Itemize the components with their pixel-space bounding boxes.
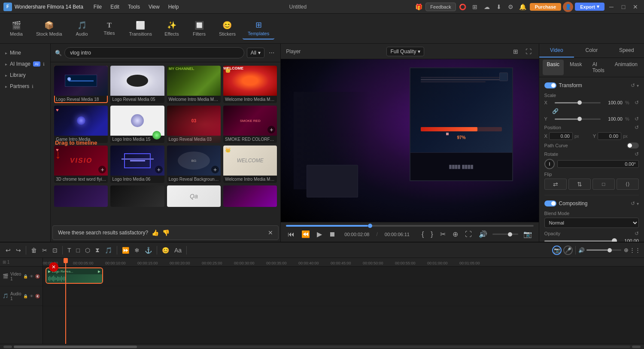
template-card-7[interactable]: 03 Logo Reveal Media 03 (167, 106, 221, 143)
tl-speed-button[interactable]: ⏩ (120, 246, 131, 255)
flip-reset-button[interactable]: □ (592, 179, 615, 190)
settings-icon[interactable]: ⚙ (506, 2, 516, 12)
go-start-button[interactable]: ⏮ (286, 230, 296, 239)
opacity-reset[interactable]: ↺ (635, 231, 639, 237)
template-card-13[interactable] (54, 185, 108, 207)
rotate-dial[interactable] (544, 159, 555, 169)
template-card-16[interactable] (223, 185, 277, 207)
scroll-right-button[interactable] (632, 346, 641, 348)
link-icon[interactable]: 🔗 (552, 108, 559, 114)
compositing-header[interactable]: Compositing ↺ ▾ (544, 199, 639, 208)
subtab-animation[interactable]: Animation (611, 60, 642, 75)
snapshot-button[interactable]: 📷 (522, 229, 534, 239)
partners-info-icon[interactable]: ℹ (32, 84, 33, 89)
stop-button[interactable]: ⏹ (327, 230, 337, 239)
fullscreen-button[interactable]: ⛶ (463, 230, 474, 239)
template-card-9[interactable]: ♥ VISIO + 3D chrome text word flying ... (54, 146, 108, 183)
video-track-eye[interactable]: 👁 (30, 274, 33, 279)
tl-redo-button[interactable]: ↪ (14, 246, 23, 255)
audio-track-lock[interactable]: 🔒 (23, 294, 28, 298)
tl-mute-icon[interactable]: 🔊 (578, 247, 585, 253)
left-item-mine[interactable]: ▸ Mine (0, 47, 50, 58)
expand-view-icon[interactable]: ⛶ (523, 46, 534, 57)
cloud-icon[interactable]: ☁ (482, 2, 492, 12)
menu-view[interactable]: View (145, 2, 163, 12)
feedback-button[interactable]: Feedback (425, 3, 456, 11)
grid-view-icon[interactable]: ⊞ (510, 46, 521, 57)
tool-templates[interactable]: ⊞ Templates (243, 18, 274, 39)
tool-filters[interactable]: 🔲 Filters (186, 18, 212, 39)
tl-delete-button[interactable]: 🗑 (29, 246, 39, 255)
left-item-ai-image[interactable]: ▸ AI Image AI ℹ (0, 58, 50, 70)
scroll-thumb[interactable] (14, 346, 137, 348)
audio-track-eye[interactable]: 👁 (30, 294, 33, 298)
play-button[interactable]: ▶ (315, 229, 324, 239)
template-card-12[interactable]: 👑 WELCOME Welcome Intro Media Media... (223, 146, 277, 183)
tool-titles[interactable]: T Titles (97, 19, 122, 38)
thumbup-button[interactable]: 👍 (152, 229, 159, 236)
add-to-timeline-button[interactable]: ⊕ (451, 229, 460, 239)
tl-options-button[interactable]: ⋮⋮ (629, 247, 641, 253)
transform-toggle[interactable] (544, 82, 556, 88)
tool-effects[interactable]: ✨ Effects (159, 18, 185, 39)
volume-thumb[interactable] (508, 232, 512, 237)
record-audio-button[interactable]: 🎤 (563, 246, 573, 255)
mark-out-button[interactable]: } (429, 230, 434, 239)
add-icon-11[interactable]: + (211, 166, 219, 173)
template-card-2[interactable]: Logo Reveal Media 05 (110, 66, 164, 103)
feedback-close-button[interactable]: ✕ (268, 229, 273, 236)
template-card-10[interactable]: + Logo Intro Media 06 (110, 146, 164, 183)
rotate-value[interactable]: 0.00° (557, 160, 639, 168)
template-card-11[interactable]: BG + Logo Reveal Backgrounds M... (167, 146, 221, 183)
scroll-left-button[interactable] (3, 346, 12, 348)
flip-v-button[interactable]: ⇅ (568, 179, 591, 190)
filter-button[interactable]: All ▾ (247, 48, 264, 58)
compositing-toggle[interactable] (544, 200, 556, 206)
circle-icon[interactable]: ⭕ (458, 2, 468, 12)
notification-icon[interactable]: 🔔 (518, 2, 528, 12)
pos-x-value[interactable]: 0.00 (549, 132, 573, 140)
tool-media[interactable]: 🎬 Media (3, 18, 29, 39)
video-track-lock[interactable]: 🔒 (23, 274, 28, 279)
search-input[interactable] (64, 47, 244, 58)
tool-transitions[interactable]: ⬜ Transitions (124, 18, 157, 39)
minimize-button[interactable]: ─ (606, 2, 617, 12)
volume-icon[interactable]: 🔊 (477, 229, 489, 239)
mark-in-button[interactable]: { (420, 230, 425, 239)
template-card-8[interactable]: SMOKE RED + SMOKE RED COLORFUL INT... (223, 106, 277, 143)
subtab-basic[interactable]: Basic (543, 60, 564, 75)
tl-crop-button[interactable]: ⊡ (50, 246, 60, 255)
tl-add-track-button[interactable]: ⊕ (624, 247, 629, 253)
add-icon-10[interactable]: + (155, 166, 163, 173)
scale-x-slider[interactable] (555, 102, 601, 103)
download-icon[interactable]: ⬇ (494, 2, 504, 12)
menu-tools[interactable]: Tools (125, 2, 143, 12)
rotate-reset[interactable]: ↺ (635, 151, 639, 157)
flip-h-button[interactable]: ⇄ (544, 179, 567, 190)
tl-cut-button[interactable]: ✂ (40, 246, 49, 255)
cut-to-timeline-button[interactable]: ✂ (438, 229, 447, 239)
video-track-mute[interactable]: 🔇 (35, 274, 40, 279)
tl-audio-button[interactable]: 🎵 (103, 246, 114, 255)
grid-icon[interactable]: ⊞ (470, 2, 480, 12)
ai-info-icon[interactable]: ℹ (43, 62, 45, 67)
path-curve-toggle[interactable] (627, 143, 639, 149)
scale-y-reset[interactable]: ↺ (635, 116, 639, 122)
more-button[interactable]: ··· (267, 48, 276, 58)
tl-undo-button[interactable]: ↩ (3, 246, 13, 255)
tool-stock-media[interactable]: 📦 Stock Media (31, 18, 67, 39)
close-button[interactable]: ✕ (630, 2, 641, 12)
menu-edit[interactable]: Edit (107, 2, 123, 12)
tl-text-button[interactable]: T (65, 246, 73, 255)
tl-titles-button[interactable]: Aa (172, 246, 184, 255)
tl-transition-button[interactable]: ⧗ (93, 245, 102, 255)
step-back-button[interactable]: ⏪ (300, 229, 312, 239)
left-item-partners[interactable]: ▸ Partners ℹ (0, 81, 50, 92)
template-card-3[interactable]: MY CHANNEL Welcome Intro Media Media... (167, 66, 221, 103)
audio-track-mute[interactable]: 🔇 (35, 294, 40, 298)
menu-file[interactable]: File (90, 2, 105, 12)
tool-stickers[interactable]: 😊 Stickers (214, 18, 241, 39)
record-video-button[interactable]: 📷 (552, 246, 562, 255)
template-card-6[interactable]: Logo Intro Media 15 (110, 106, 164, 143)
tab-color[interactable]: Color (574, 44, 609, 58)
